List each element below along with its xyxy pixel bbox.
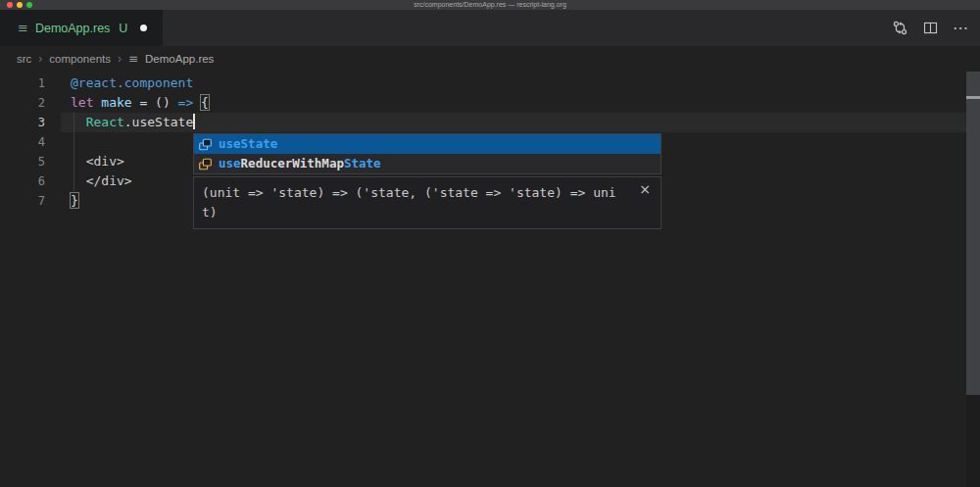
line-number[interactable]: 1 bbox=[0, 73, 45, 93]
suggestion-useReducerWithMapState[interactable]: useReducerWithMapState bbox=[194, 154, 661, 173]
file-list-icon: ≡ bbox=[128, 52, 138, 66]
tab-label: DemoApp.res bbox=[35, 22, 110, 35]
code-text: @react.component bbox=[71, 73, 193, 93]
suggest-widget: useStateuseReducerWithMapState (unit => … bbox=[193, 133, 662, 229]
code-line-2[interactable]: 2let make = () => { bbox=[0, 93, 980, 113]
line-number[interactable]: 7 bbox=[0, 191, 45, 211]
line-number[interactable]: 5 bbox=[0, 152, 45, 171]
suggestion-useState[interactable]: useState bbox=[194, 134, 661, 154]
line-number[interactable]: 3 bbox=[0, 113, 45, 132]
window-title: src/components/DemoApp.res — rescript-la… bbox=[0, 0, 980, 10]
chevron-right-icon: › bbox=[38, 52, 42, 66]
code-text: <div> bbox=[71, 152, 124, 171]
suggest-list: useStateuseReducerWithMapState bbox=[193, 133, 662, 174]
breadcrumb-file[interactable]: DemoApp.res bbox=[145, 53, 214, 65]
vscode-window: src/components/DemoApp.res — rescript-la… bbox=[0, 0, 980, 487]
code-line-3[interactable]: 3 React.useState bbox=[0, 113, 980, 132]
open-changes-icon[interactable] bbox=[892, 20, 908, 36]
close-icon[interactable]: × bbox=[639, 182, 651, 196]
line-number[interactable]: 6 bbox=[0, 171, 45, 191]
code-text: </div> bbox=[71, 171, 132, 191]
suggestion-label: useState bbox=[219, 134, 277, 154]
git-untracked-badge: U bbox=[119, 22, 127, 35]
symbol-field-icon-blue bbox=[198, 137, 213, 152]
suggest-doc-panel: (unit => 'state) => ('state, ('state => … bbox=[193, 176, 662, 229]
editor-actions: ⋯ bbox=[892, 10, 968, 46]
tab-bar: ≡ DemoApp.res U ⋯ bbox=[0, 10, 980, 46]
unsaved-changes-dot[interactable] bbox=[140, 24, 147, 31]
breadcrumb-components[interactable]: components bbox=[49, 53, 111, 65]
titlebar: src/components/DemoApp.res — rescript-la… bbox=[0, 0, 980, 10]
code-line-1[interactable]: 1@react.component bbox=[0, 73, 980, 93]
chevron-right-icon: › bbox=[118, 52, 122, 66]
scrollbar-track[interactable] bbox=[966, 72, 980, 487]
tab-demoapp-res[interactable]: ≡ DemoApp.res U bbox=[0, 10, 163, 46]
breadcrumb-src[interactable]: src bbox=[17, 53, 31, 65]
scrollbar-slider[interactable] bbox=[966, 72, 980, 395]
code-text: React.useState bbox=[71, 113, 195, 132]
more-actions-icon[interactable]: ⋯ bbox=[953, 21, 968, 36]
code-text: let make = () => { bbox=[71, 93, 209, 113]
code-text: } bbox=[71, 191, 78, 211]
symbol-field-icon-orange bbox=[198, 157, 213, 171]
code-editor[interactable]: 1@react.component2let make = () => {3 Re… bbox=[0, 72, 980, 487]
breadcrumb: src › components › ≡ DemoApp.res bbox=[0, 46, 980, 72]
overview-ruler-cursor-mark bbox=[966, 96, 980, 99]
file-list-icon: ≡ bbox=[18, 21, 28, 35]
line-number[interactable]: 2 bbox=[0, 93, 45, 113]
split-editor-icon[interactable] bbox=[923, 21, 938, 35]
suggestion-label: useReducerWithMapState bbox=[219, 154, 381, 173]
line-number[interactable]: 4 bbox=[0, 132, 45, 152]
suggest-doc-signature: (unit => 'state) => ('state, ('state => … bbox=[202, 183, 618, 222]
text-cursor bbox=[193, 114, 195, 129]
